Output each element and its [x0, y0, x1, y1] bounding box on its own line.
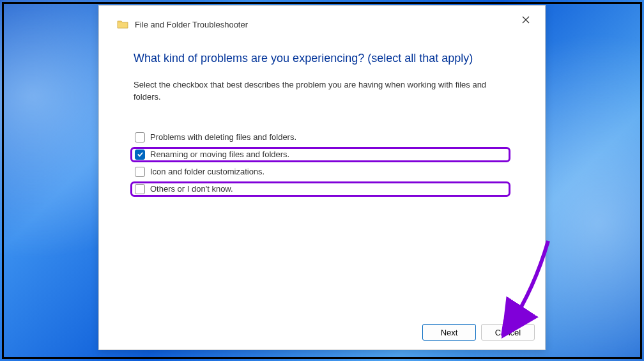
option-label: Icon and folder customizations.: [150, 167, 264, 176]
option-label: Others or I don't know.: [150, 184, 233, 194]
option-label: Problems with deleting files and folders…: [150, 132, 296, 142]
options-list: Problems with deleting files and folders…: [131, 130, 510, 197]
option-label: Renaming or moving files and folders.: [150, 150, 289, 159]
option-delete-problems[interactable]: Problems with deleting files and folders…: [131, 130, 510, 144]
checkbox[interactable]: [135, 167, 145, 177]
dialog-footer: Next Cancel: [99, 315, 545, 349]
checkmark-icon: [137, 151, 144, 158]
checkbox[interactable]: [135, 132, 145, 142]
checkbox[interactable]: [135, 184, 145, 194]
page-subtext: Select the checkbox that best describes …: [134, 79, 510, 104]
page-heading: What kind of problems are you experienci…: [134, 52, 510, 65]
dialog-body: What kind of problems are you experienci…: [99, 34, 545, 315]
cancel-button[interactable]: Cancel: [481, 324, 535, 341]
option-others[interactable]: Others or I don't know.: [130, 181, 510, 197]
close-icon: [522, 16, 530, 24]
troubleshooter-dialog: File and Folder Troubleshooter What kind…: [98, 5, 546, 350]
option-icon-customizations[interactable]: Icon and folder customizations.: [131, 165, 510, 179]
checkbox[interactable]: [135, 150, 145, 160]
button-label: Next: [441, 328, 458, 337]
folder-icon: [117, 19, 128, 30]
close-button[interactable]: [512, 10, 540, 30]
window-title: File and Folder Troubleshooter: [135, 20, 512, 29]
option-rename-move[interactable]: Renaming or moving files and folders.: [130, 147, 510, 162]
titlebar: File and Folder Troubleshooter: [99, 6, 545, 34]
button-label: Cancel: [495, 328, 521, 337]
next-button[interactable]: Next: [422, 324, 476, 341]
